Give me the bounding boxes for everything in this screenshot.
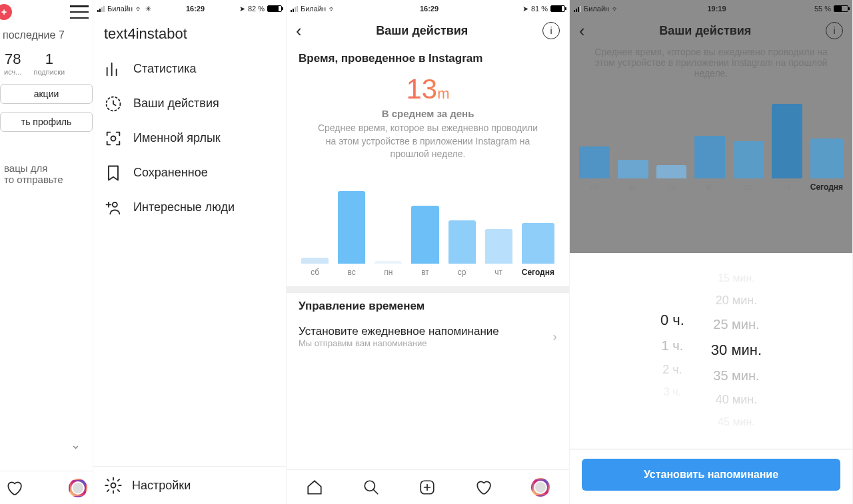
status-bar: Билайн ᯤ ✳︎ 16:29 ➤ 82 % [93,0,286,15]
avg-description: Среднее время, которое вы ежедневно пров… [570,47,852,85]
wifi-icon: ᯤ [612,5,619,13]
page-title: Ваши действия [376,24,468,38]
heart-icon[interactable] [474,479,492,496]
set-reminder-button[interactable]: Установить напоминание [582,459,840,491]
wifi-icon: ᯤ [135,5,143,13]
svg-point-3 [111,483,116,488]
picker-hours[interactable]: 0 ч.1 ч.2 ч.3 ч. [660,302,684,398]
wifi-icon: ᯤ [329,5,336,13]
set-reminder-row[interactable]: Установите ежедневное напоминание Мы отп… [299,321,557,352]
menu-item-saved[interactable]: Сохраненное [93,156,286,190]
section-heading-manage: Управление временем [299,300,557,313]
menu-title: text4instabot [93,15,286,48]
section-heading-time: Время, проведенное в Instagram [299,52,557,65]
svg-point-2 [113,202,117,207]
menu-item-discover-people[interactable]: Интересные люди [93,190,286,225]
menu-settings[interactable]: Настройки [93,466,286,504]
chart-icon [104,60,123,79]
status-bar: Билайн ᯤ 19:19 55 % [570,0,852,15]
screen-profile-partial: + последние 7 78исч... 1подписки акции т… [0,0,93,504]
promo-button[interactable]: акции [0,84,93,104]
add-post-icon[interactable] [419,479,436,496]
heart-icon[interactable] [5,479,23,497]
avg-time-value: 13m [299,73,557,105]
menu-item-insights[interactable]: Статистика [93,52,286,87]
info-icon[interactable]: i [826,22,843,39]
home-icon[interactable] [306,479,323,496]
chevron-right-icon: › [552,329,557,344]
tab-bar [0,471,93,504]
time-picker[interactable]: 0 ч.1 ч.2 ч.3 ч. 15 мин.20 мин.25 мин.30… [570,253,852,447]
menu-icon[interactable] [70,5,89,19]
nametag-icon [104,129,123,148]
location-icon: ➤ [522,5,528,13]
location-icon: ➤ [239,5,245,13]
menu-item-your-activity[interactable]: Ваши действия [93,87,286,121]
edit-profile-button[interactable]: ть профиль [0,112,93,132]
screen-your-activity: Билайн ᯤ 16:29 ➤ 81 % ‹ Ваши действия i … [287,0,570,504]
usage-chart[interactable]: сбвспнвтсрчтСегодня [299,170,557,277]
info-icon[interactable]: i [542,22,560,39]
battery-icon [834,5,848,12]
loading-icon: ✳︎ [145,5,151,13]
back-button[interactable]: ‹ [296,21,302,41]
avg-description: Среднее время, которое вы ежедневно пров… [299,119,557,170]
activity-icon [104,95,123,113]
nav-bar: ‹ Ваши действия i [287,15,569,47]
profile-tab[interactable] [69,479,87,497]
screen-set-reminder: Билайн ᯤ 19:19 55 % ‹ Ваши действия i Ср… [570,0,853,504]
notifications-badge[interactable]: + [0,4,12,20]
profile-stats: 78исч... 1подписки [0,47,93,80]
avg-label: В среднем за день [299,108,557,119]
status-bar: Билайн ᯤ 16:29 ➤ 81 % [287,0,569,15]
usage-chart: сбвспнвтсрчтСегодня [570,85,852,192]
add-people-icon [104,198,123,217]
svg-point-1 [111,136,116,141]
tab-bar [287,469,569,504]
menu-item-nametag[interactable]: Именной ярлык [93,121,286,156]
recent-label: последние 7 [0,24,93,47]
screen-side-menu: Билайн ᯤ ✳︎ 16:29 ➤ 82 % text4instabot С… [93,0,287,504]
profile-tab[interactable] [531,478,550,497]
page-title: Ваши действия [659,24,751,38]
back-button[interactable]: ‹ [579,21,585,41]
chevron-down-icon[interactable]: ⌄ [65,432,86,457]
bookmark-icon [104,164,123,182]
battery-icon [550,5,565,12]
gear-icon [104,476,123,495]
battery-icon [267,5,282,12]
picker-minutes[interactable]: 15 мин.20 мин.25 мин.30 мин.35 мин.40 ми… [711,272,762,428]
search-icon[interactable] [363,479,380,496]
